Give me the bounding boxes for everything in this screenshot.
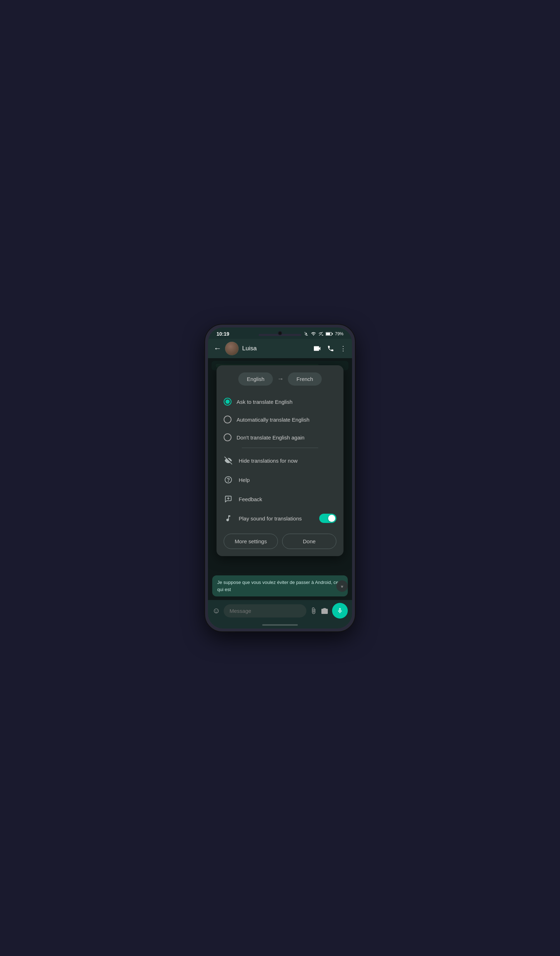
phone-call-icon[interactable] bbox=[327, 345, 334, 352]
message-input[interactable] bbox=[223, 604, 307, 618]
battery-percent: 79% bbox=[335, 332, 343, 336]
option-never-label: Don't translate English again bbox=[236, 434, 304, 440]
divider bbox=[242, 448, 318, 448]
chat-area: English → French Ask to translate Englis… bbox=[208, 358, 352, 600]
translation-modal: English → French Ask to translate Englis… bbox=[217, 365, 343, 556]
volume-up-button bbox=[205, 370, 206, 385]
avatar-image bbox=[225, 342, 239, 355]
help-label: Help bbox=[239, 477, 337, 483]
radio-auto bbox=[223, 415, 231, 423]
modal-footer: More settings Done bbox=[217, 528, 343, 550]
video-call-icon[interactable] bbox=[313, 346, 321, 351]
translation-options: Ask to translate English Automatically t… bbox=[217, 393, 343, 446]
status-icons: 79% bbox=[304, 332, 343, 336]
power-button bbox=[354, 381, 355, 403]
option-auto[interactable]: Automatically translate English bbox=[223, 410, 337, 428]
avatar[interactable] bbox=[225, 342, 239, 355]
option-never[interactable]: Don't translate English again bbox=[223, 428, 337, 446]
hide-eye-icon bbox=[223, 456, 233, 465]
wifi-icon bbox=[311, 332, 316, 336]
done-button[interactable]: Done bbox=[282, 534, 337, 549]
modal-overlay: English → French Ask to translate Englis… bbox=[208, 358, 352, 600]
header-actions: ⋮ bbox=[313, 344, 346, 352]
menu-hide-translations[interactable]: Hide translations for now bbox=[217, 451, 343, 470]
mic-button[interactable] bbox=[332, 603, 348, 618]
scroll-to-bottom-button[interactable] bbox=[337, 580, 348, 592]
help-circle-icon bbox=[223, 475, 233, 484]
radio-ask bbox=[223, 398, 231, 406]
option-ask[interactable]: Ask to translate English bbox=[223, 393, 337, 410]
svg-rect-1 bbox=[326, 333, 330, 335]
language-selector: English → French bbox=[217, 373, 343, 385]
menu-play-sound[interactable]: Play sound for translations bbox=[217, 509, 343, 528]
more-options-icon[interactable]: ⋮ bbox=[340, 344, 346, 352]
phone-frame: 10:19 bbox=[205, 325, 355, 631]
music-note-icon bbox=[223, 514, 233, 523]
toggle-knob bbox=[328, 515, 335, 522]
message-bubble: Je suppose que vous voulez éviter de pas… bbox=[212, 575, 348, 596]
radio-ask-inner bbox=[225, 399, 230, 404]
option-auto-label: Automatically translate English bbox=[236, 417, 309, 423]
menu-help[interactable]: Help bbox=[217, 470, 343, 489]
input-bar: ☺ bbox=[208, 600, 352, 621]
source-language-pill[interactable]: English bbox=[238, 373, 273, 385]
target-language-pill[interactable]: French bbox=[288, 373, 322, 385]
option-ask-label: Ask to translate English bbox=[236, 399, 293, 405]
message-text: Je suppose que vous voulez éviter de pas… bbox=[217, 580, 338, 592]
home-indicator bbox=[208, 621, 352, 629]
lang-arrow-icon: → bbox=[277, 375, 283, 383]
hide-translations-label: Hide translations for now bbox=[239, 458, 337, 464]
menu-feedback[interactable]: Feedback bbox=[217, 489, 343, 509]
volume-down-button bbox=[205, 390, 206, 404]
feedback-icon bbox=[223, 494, 233, 504]
home-bar bbox=[262, 624, 298, 626]
emoji-button[interactable]: ☺ bbox=[212, 606, 220, 615]
feedback-label: Feedback bbox=[239, 496, 337, 502]
signal-icon bbox=[319, 332, 324, 336]
play-sound-label: Play sound for translations bbox=[239, 516, 313, 522]
battery-icon bbox=[326, 332, 333, 336]
mute-icon bbox=[304, 332, 308, 336]
status-time: 10:19 bbox=[217, 331, 230, 337]
screen: 10:19 bbox=[208, 327, 352, 629]
back-button[interactable]: ← bbox=[214, 344, 222, 353]
contact-name: Luisa bbox=[242, 345, 310, 352]
chat-header: ← Luisa ⋮ bbox=[208, 339, 352, 358]
camera-button[interactable] bbox=[321, 607, 329, 614]
play-sound-toggle[interactable] bbox=[319, 514, 337, 523]
more-settings-button[interactable]: More settings bbox=[223, 534, 278, 549]
svg-rect-2 bbox=[332, 333, 333, 335]
front-camera bbox=[278, 331, 282, 335]
message-bubble-area: Je suppose que vous voulez éviter de pas… bbox=[212, 575, 348, 596]
radio-never bbox=[223, 433, 231, 441]
attach-button[interactable] bbox=[310, 607, 317, 614]
